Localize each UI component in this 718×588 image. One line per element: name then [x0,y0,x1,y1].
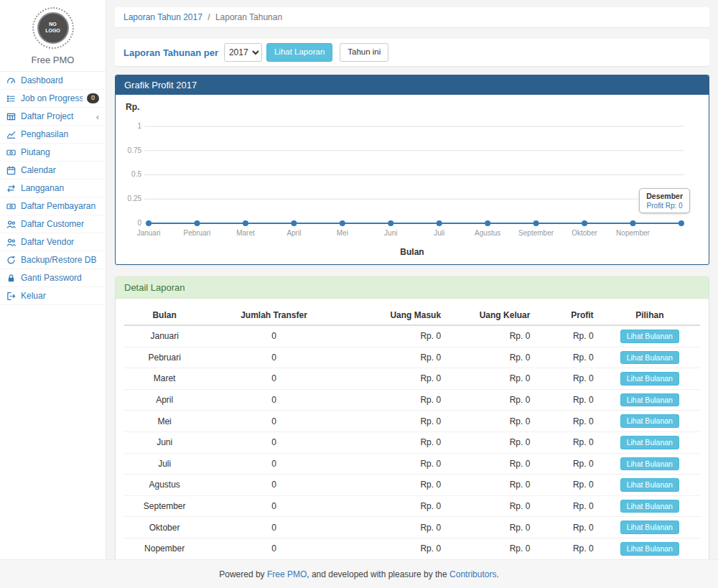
detail-panel-title: Detail Laporan [116,277,709,299]
cell-profit: Rp. 0 [536,325,599,347]
lihat-bulanan-button[interactable]: Lihat Bulanan [620,521,679,534]
report-table: BulanJumlah TransferUang MasukUang Kelua… [124,306,700,588]
svg-text:Januari: Januari [137,229,161,237]
table-row: Juni0Rp. 0Rp. 0Rp. 0Lihat Bulanan [124,431,700,453]
lihat-bulanan-button[interactable]: Lihat Bulanan [620,330,679,343]
x-axis-title: Bulan [124,247,700,257]
svg-text:April: April [286,229,301,237]
sidebar-item-label: Langganan [21,183,99,193]
column-header-bulan: Bulan [124,306,205,325]
users-icon [6,220,17,229]
filter-bar: Laporan Tahunan per 2017 Lihat Laporan T… [115,39,709,66]
cell-profit: Rp. 0 [536,368,599,390]
svg-text:1: 1 [137,122,141,130]
sidebar-item-label: Job on Progress [21,93,83,103]
lihat-bulanan-button[interactable]: Lihat Bulanan [620,542,679,556]
cell-uang-masuk: Rp. 0 [343,389,447,411]
cell-pilihan: Lihat Bulanan [600,538,700,559]
column-header-profit: Profit [536,306,599,325]
sidebar-item-daftar-pembayaran[interactable]: Daftar Pembayaran [0,197,106,215]
lihat-laporan-button[interactable]: Lihat Laporan [266,43,332,62]
svg-text:Oktober: Oktober [572,229,597,237]
cell-pilihan: Lihat Bulanan [600,453,700,475]
cell-jumlah-transfer: 0 [205,411,342,432]
sidebar-item-ganti-password[interactable]: Ganti Password [0,269,106,287]
cell-profit: Rp. 0 [536,411,599,432]
sidebar-item-job-on-progress[interactable]: Job on Progress 0 [0,90,106,108]
sidebar-item-label: Daftar Customer [21,219,99,229]
lihat-bulanan-button[interactable]: Lihat Bulanan [620,372,679,386]
no-logo-badge: NO LOGO [37,12,69,44]
sign-out-icon [6,291,17,301]
chart-panel-title: Grafik Profit 2017 [116,75,709,95]
cell-pilihan: Lihat Bulanan [600,325,700,347]
refresh-icon [6,256,17,265]
svg-text:Juli: Juli [434,229,444,237]
sidebar-item-calendar[interactable]: Calendar [0,162,106,179]
main-content: Laporan Tahun 2017 / Laporan Tahunan Lap… [106,0,718,559]
lihat-bulanan-button[interactable]: Lihat Bulanan [620,351,679,365]
cell-bulan: Maret [124,368,205,390]
column-header-jumlah-transfer: Jumlah Transfer [205,306,342,325]
sidebar: NO LOGO Free PMO Dashboard Job on Progre… [0,0,106,559]
lihat-bulanan-button[interactable]: Lihat Bulanan [620,414,679,428]
column-header-pilihan: Pilihan [600,306,700,325]
app-footer: Powered by Free PMO, and developed with … [0,559,718,588]
footer-link-free-pmo[interactable]: Free PMO [267,569,307,579]
cell-bulan: Januari [124,325,205,347]
cell-profit: Rp. 0 [536,517,599,538]
lihat-bulanan-button[interactable]: Lihat Bulanan [620,457,679,471]
profit-chart-svg: 00.250.50.751JanuariPebruariMaretAprilMe… [124,113,700,246]
chevron-left-icon: ‹ [96,112,99,121]
cell-pilihan: Lihat Bulanan [600,368,700,390]
table-row: Januari0Rp. 0Rp. 0Rp. 0Lihat Bulanan [124,325,700,347]
sidebar-item-piutang[interactable]: Piutang [0,144,106,162]
list-icon [6,94,17,103]
lihat-bulanan-button[interactable]: Lihat Bulanan [620,478,679,492]
sidebar-item-daftar-project[interactable]: Daftar Project ‹ [0,108,106,126]
svg-text:Nopember: Nopember [616,229,650,237]
cell-uang-keluar: Rp. 0 [447,538,536,559]
sidebar-item-penghasilan[interactable]: Penghasilan [0,126,106,144]
sidebar-item-label: Daftar Project [21,111,92,121]
year-select[interactable]: 2017 [224,43,262,62]
cell-jumlah-transfer: 0 [205,389,342,411]
svg-text:0.25: 0.25 [128,195,142,202]
lihat-bulanan-button[interactable]: Lihat Bulanan [620,436,679,449]
cell-bulan: Juli [124,453,205,475]
breadcrumb-link[interactable]: Laporan Tahun 2017 [123,12,202,22]
cell-jumlah-transfer: 0 [205,347,342,368]
lihat-bulanan-button[interactable]: Lihat Bulanan [620,393,679,407]
cell-uang-masuk: Rp. 0 [343,475,447,496]
sidebar-item-dashboard[interactable]: Dashboard [0,72,106,90]
lihat-bulanan-button[interactable]: Lihat Bulanan [620,500,679,513]
cell-uang-masuk: Rp. 0 [343,517,447,538]
footer-link-contributors[interactable]: Contributors [449,569,496,579]
sidebar-item-backup-restore-db[interactable]: Backup/Restore DB [0,251,106,269]
column-header-uang-masuk: Uang Masuk [343,306,447,325]
money-icon [6,202,17,211]
cell-bulan: April [124,389,205,411]
users-icon [6,238,17,247]
sidebar-item-daftar-vendor[interactable]: Daftar Vendor [0,233,106,251]
sidebar-item-daftar-customer[interactable]: Daftar Customer [0,215,106,233]
detail-panel: Detail Laporan BulanJumlah TransferUang … [115,276,709,588]
sidebar-item-keluar[interactable]: Keluar [0,287,106,305]
cell-uang-masuk: Rp. 0 [343,453,447,475]
table-row: Nopember0Rp. 0Rp. 0Rp. 0Lihat Bulanan [124,538,700,559]
sidebar-item-label: Piutang [21,147,99,157]
column-header-uang-keluar: Uang Keluar [447,306,536,325]
cell-uang-masuk: Rp. 0 [343,431,447,453]
cell-uang-keluar: Rp. 0 [447,325,536,347]
cell-uang-masuk: Rp. 0 [343,495,447,517]
table-row: April0Rp. 0Rp. 0Rp. 0Lihat Bulanan [124,389,700,411]
footer-text: Powered by [219,569,267,579]
report-table-head-row: BulanJumlah TransferUang MasukUang Kelua… [124,306,700,325]
svg-text:Agustus: Agustus [475,229,500,237]
breadcrumb: Laporan Tahun 2017 / Laporan Tahunan [115,7,709,27]
tahun-ini-button[interactable]: Tahun ini [340,43,388,62]
cell-jumlah-transfer: 0 [205,368,342,390]
sidebar-item-langganan[interactable]: Langganan [0,179,106,197]
cell-pilihan: Lihat Bulanan [600,389,700,411]
table-row: Juli0Rp. 0Rp. 0Rp. 0Lihat Bulanan [124,453,700,475]
